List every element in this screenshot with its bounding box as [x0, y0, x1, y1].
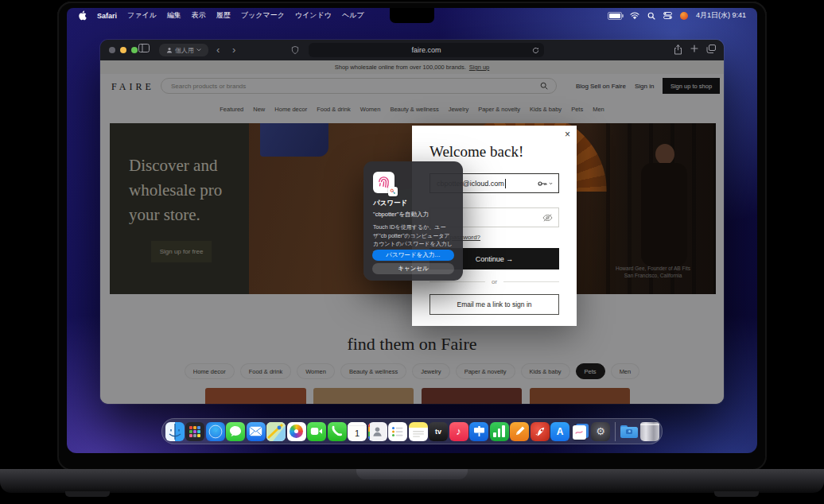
close-icon[interactable]: ×	[565, 129, 570, 140]
phone-icon[interactable]	[328, 422, 347, 441]
touchid-title: パスワード	[373, 199, 407, 208]
app-store-icon[interactable]: A	[550, 422, 569, 441]
profile-switcher[interactable]: 個人用	[159, 44, 208, 56]
user-avatar-icon[interactable]	[680, 12, 688, 20]
safari-toolbar: 個人用 ‹ › faire.com	[100, 40, 724, 61]
keynote-icon[interactable]	[469, 422, 488, 441]
zoom-window-button[interactable]	[131, 47, 138, 53]
messages-icon[interactable]	[226, 422, 245, 441]
menu-edit[interactable]: 編集	[167, 10, 181, 21]
passwords-app-badge-icon	[388, 187, 398, 196]
minimize-window-button[interactable]	[120, 47, 126, 53]
cancel-button[interactable]: キャンセル	[372, 263, 454, 274]
chevron-down-icon	[196, 48, 201, 52]
menu-clock[interactable]: 4月1日(水) 9:41	[696, 10, 746, 21]
new-tab-icon[interactable]	[690, 45, 698, 52]
lid-open-notch	[356, 469, 468, 479]
safari-icon[interactable]	[206, 422, 225, 441]
chevron-down-icon	[549, 182, 553, 185]
address-bar[interactable]: faire.com	[309, 43, 544, 57]
menu-app-name[interactable]: Safari	[97, 12, 117, 20]
wifi-icon[interactable]	[630, 12, 639, 19]
freeform-icon[interactable]	[571, 422, 590, 441]
system-settings-icon[interactable]: ⚙	[591, 422, 610, 441]
person-icon	[166, 47, 173, 53]
menu-file[interactable]: ファイル	[127, 10, 157, 21]
autofill-key-icon[interactable]	[538, 180, 553, 187]
pages-icon[interactable]	[510, 422, 529, 441]
enter-password-button[interactable]: パスワードを入力…	[372, 250, 454, 261]
forward-button[interactable]: ›	[232, 45, 235, 55]
macbook-scene: Safari ファイル 編集 表示 履歴 ブックマーク ウインドウ ヘルプ	[0, 0, 824, 504]
close-window-button[interactable]	[109, 47, 115, 53]
finder-icon[interactable]	[165, 422, 185, 441]
share-icon[interactable]	[674, 45, 682, 55]
notes-icon[interactable]	[409, 422, 428, 441]
numbers-icon[interactable]	[490, 422, 509, 441]
back-button[interactable]: ‹	[216, 45, 220, 55]
touchid-autofill-line: "cbpotter"を自動入力	[373, 211, 429, 219]
text-caret	[505, 179, 506, 188]
menu-help[interactable]: ヘルプ	[342, 10, 364, 21]
touchid-dialog: パスワード "cbpotter"を自動入力 Touch IDを使用するか、ユーザ…	[363, 161, 463, 281]
show-password-icon[interactable]	[542, 214, 553, 222]
trash-icon[interactable]	[640, 422, 659, 441]
app-store-a: A	[557, 426, 564, 437]
control-center-icon[interactable]	[663, 12, 672, 19]
photos-icon[interactable]	[287, 422, 306, 441]
modal-title: Welcome back!	[429, 143, 523, 161]
menu-view[interactable]: 表示	[192, 10, 206, 21]
reload-icon[interactable]	[532, 47, 539, 54]
sidebar-toggle-icon[interactable]	[138, 44, 150, 52]
menu-history[interactable]: 履歴	[216, 10, 231, 21]
privacy-shield-icon[interactable]	[291, 45, 299, 55]
menu-window[interactable]: ウインドウ	[295, 10, 332, 21]
contacts-icon[interactable]	[368, 422, 387, 441]
music-note-glyph: ♪	[456, 425, 461, 437]
apple-tv-icon[interactable]: tv	[429, 422, 448, 441]
calendar-day: 1	[355, 426, 360, 441]
screenshots-folder-icon[interactable]	[620, 422, 639, 441]
dock-separator	[615, 422, 616, 441]
apple-menu-icon[interactable]	[78, 10, 87, 21]
profile-label: 個人用	[175, 46, 194, 55]
gear-glyph: ⚙	[596, 425, 605, 437]
maps-icon[interactable]	[266, 422, 286, 441]
tab-overview-icon[interactable]	[706, 45, 716, 53]
menu-bookmarks[interactable]: ブックマーク	[241, 10, 285, 21]
touchid-fingerprint-icon	[373, 172, 395, 193]
mail-icon[interactable]	[247, 422, 266, 441]
reminders-icon[interactable]	[388, 422, 407, 441]
dock: 1 tv ♪	[161, 418, 663, 444]
laptop-base	[0, 469, 824, 493]
calendar-icon[interactable]: 1	[348, 422, 367, 441]
launchpad-icon[interactable]	[185, 422, 204, 441]
desktop: Safari ファイル 編集 表示 履歴 ブックマーク ウインドウ ヘルプ	[67, 8, 757, 453]
laptop-foot-right	[714, 491, 759, 497]
email-link-button[interactable]: Email me a link to sign in	[429, 294, 559, 315]
facetime-icon[interactable]	[307, 422, 326, 441]
music-icon[interactable]: ♪	[449, 422, 468, 441]
laptop-foot-left	[65, 491, 110, 497]
rocket-icon[interactable]	[531, 422, 550, 441]
battery-icon[interactable]	[608, 12, 622, 20]
camera-notch	[390, 8, 434, 23]
spotlight-icon[interactable]	[647, 12, 655, 20]
tv-label: tv	[435, 428, 441, 436]
url-text: faire.com	[411, 46, 441, 54]
